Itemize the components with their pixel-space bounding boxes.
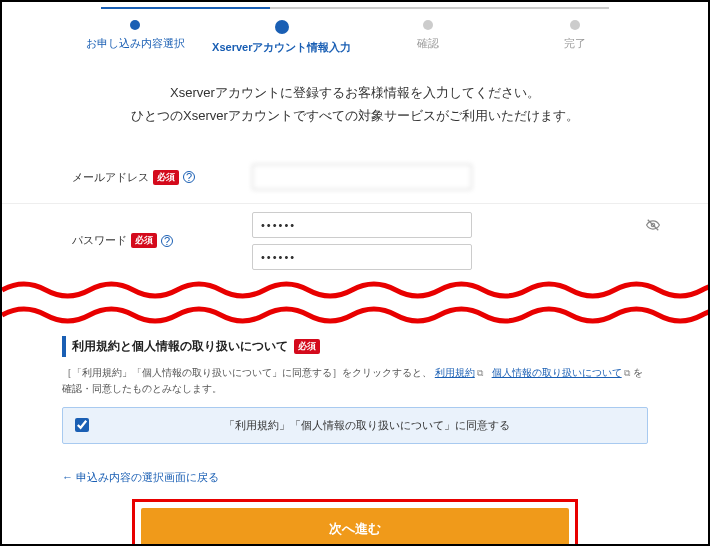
step-4: 完了 [502,20,649,51]
external-link-icon: ⧉ [622,368,631,378]
required-badge: 必須 [131,233,157,248]
eye-off-icon[interactable] [646,218,660,235]
email-field[interactable] [252,164,472,190]
step-label: Xserverアカウント情報入力 [209,40,356,55]
step-dot-icon [130,20,140,30]
email-row: メールアドレス 必須 ? [2,152,708,204]
intro-line1: Xserverアカウントに登録するお客様情報を入力してください。 [22,81,688,104]
step-label: 完了 [502,36,649,51]
privacy-link[interactable]: 個人情報の取り扱いについて [492,367,622,378]
step-3: 確認 [355,20,502,51]
password-row: パスワード 必須 ? [2,204,708,278]
intro-line2: ひとつのXserverアカウントですべての対象サービスがご利用いただけます。 [22,104,688,127]
step-label: お申し込み内容選択 [62,36,209,51]
consent-checkbox[interactable] [75,418,89,432]
terms-link[interactable]: 利用規約 [435,367,475,378]
help-icon[interactable]: ? [161,235,173,247]
required-badge: 必須 [294,339,320,354]
external-link-icon: ⧉ [475,368,484,378]
terms-description: ［「利用規約」「個人情報の取り扱いについて」に同意する］をクリックすると、 利用… [62,357,648,407]
terms-section: 利用規約と個人情報の取り扱いについて 必須 ［「利用規約」「個人情報の取り扱いに… [2,328,708,456]
step-label: 確認 [355,36,502,51]
terms-heading: 利用規約と個人情報の取り扱いについて 必須 [62,336,648,357]
next-button[interactable]: 次へ進む [141,508,569,546]
step-dot-icon [423,20,433,30]
password-field[interactable] [252,212,472,238]
step-dot-icon [275,20,289,34]
password-label: パスワード [72,233,127,248]
email-label: メールアドレス [72,170,149,185]
password-label-group: パスワード 必須 ? [72,233,252,248]
required-badge: 必須 [153,170,179,185]
help-icon[interactable]: ? [183,171,195,183]
step-1: お申し込み内容選択 [62,20,209,51]
step-dot-icon [570,20,580,30]
progress-stepper: お申し込み内容選択 Xserverアカウント情報入力 確認 完了 [2,2,708,65]
step-2: Xserverアカウント情報入力 [209,20,356,55]
email-label-group: メールアドレス 必須 ? [72,170,252,185]
consent-box[interactable]: 「利用規約」「個人情報の取り扱いについて」に同意する [62,407,648,444]
content-break-indicator [2,278,708,328]
password-confirm-field[interactable] [252,244,472,270]
back-link[interactable]: ← 申込み内容の選択画面に戻る [2,456,708,493]
consent-label: 「利用規約」「個人情報の取り扱いについて」に同意する [99,418,635,433]
submit-highlight: 次へ進む [132,499,578,546]
intro-text: Xserverアカウントに登録するお客様情報を入力してください。 ひとつのXse… [2,65,708,152]
